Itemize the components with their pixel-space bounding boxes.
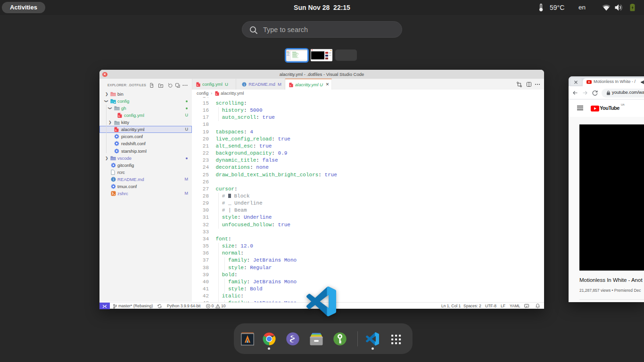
svg-text:i: i (244, 82, 245, 86)
